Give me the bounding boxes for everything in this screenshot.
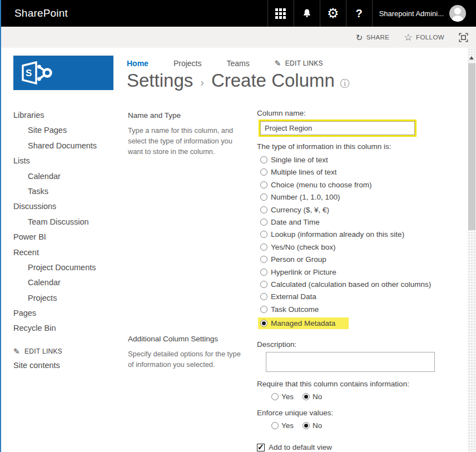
brand-title: SharePoint — [1, 0, 68, 27]
settings-button[interactable]: ⚙ — [320, 0, 346, 27]
require-yes-option[interactable]: Yes — [271, 393, 294, 401]
radio-icon[interactable] — [260, 168, 267, 176]
section-name-and-type: Name and Type Type a name for this colum… — [128, 109, 453, 333]
require-label: Require that this column contains inform… — [257, 380, 453, 388]
sidebar-item-lists[interactable]: Lists — [13, 157, 122, 165]
user-menu[interactable]: Sharepoint Admini... — [372, 0, 476, 27]
radio-icon-selected[interactable] — [303, 422, 310, 429]
scroll-up-arrow-icon[interactable] — [469, 56, 474, 59]
radio-option-choice[interactable]: Choice (menu to choose from) — [260, 181, 453, 189]
radio-option-single-line[interactable]: Single line of text — [260, 156, 453, 164]
edit-links-label: EDIT LINKS — [285, 59, 323, 67]
radio-option-lookup[interactable]: Lookup (information already on this site… — [260, 230, 453, 239]
type-question-label: The type of information in this column i… — [257, 142, 453, 151]
sidebar-item-power-bi[interactable]: Power BI — [13, 233, 122, 241]
star-icon: ☆ — [404, 33, 413, 42]
description-textarea[interactable] — [266, 352, 435, 372]
section-description: Specify detailed options for the type of… — [128, 349, 247, 370]
follow-label: FOLLOW — [416, 34, 444, 41]
radio-icon[interactable] — [260, 193, 267, 201]
column-name-input[interactable] — [260, 121, 415, 135]
sidebar-item-tasks[interactable]: Tasks — [13, 187, 122, 196]
radio-option-currency[interactable]: Currency ($, ¥, €) — [260, 206, 453, 214]
pencil-icon: ✎ — [275, 59, 281, 68]
suite-bar-actions: ⚙ ? Sharepoint Admini... — [267, 0, 476, 27]
app-launcher-button[interactable] — [267, 0, 294, 27]
help-button[interactable]: ? — [346, 0, 372, 27]
follow-button[interactable]: ☆ FOLLOW — [404, 33, 444, 42]
scrollbar-thumb[interactable] — [468, 63, 475, 230]
edit-links-sidebar[interactable]: ✎ EDIT LINKS — [13, 347, 122, 356]
notifications-button[interactable] — [294, 0, 320, 27]
radio-option-number[interactable]: Number (1, 1.0, 100) — [260, 193, 453, 201]
ribbon-bar: ↻ SHARE ☆ FOLLOW — [1, 27, 476, 48]
breadcrumb-arrow-icon: › — [200, 76, 204, 89]
radio-option-date-time[interactable]: Date and Time — [260, 218, 453, 226]
radio-icon[interactable] — [260, 256, 267, 263]
sidebar-item-project-documents[interactable]: Project Documents — [13, 264, 122, 272]
radio-option-task-outcome[interactable]: Task Outcome — [260, 305, 453, 314]
checkbox-checked-icon[interactable] — [257, 444, 265, 451]
radio-option-hyperlink-picture[interactable]: Hyperlink or Picture — [260, 268, 453, 276]
radio-icon[interactable] — [260, 231, 267, 238]
sharepoint-window: SharePoint ⚙ ? Sharepoint Admini... — [0, 0, 476, 452]
sidebar-item-pages[interactable]: Pages — [13, 309, 122, 317]
breadcrumb-settings[interactable]: Settings — [127, 70, 193, 91]
edit-links-top[interactable]: ✎ EDIT LINKS — [275, 59, 323, 68]
enforce-radio-group: Yes No — [271, 421, 453, 430]
radio-icon-selected[interactable] — [303, 393, 310, 400]
edit-links-label: EDIT LINKS — [24, 347, 62, 355]
sidebar-item-recent[interactable]: Recent — [13, 249, 122, 257]
radio-icon[interactable] — [260, 281, 267, 288]
require-no-option[interactable]: No — [303, 393, 322, 401]
sidebar-item-site-pages[interactable]: Site Pages — [13, 126, 122, 135]
radio-icon[interactable] — [260, 206, 267, 213]
enforce-no-option[interactable]: No — [303, 421, 322, 430]
radio-option-multiple-lines[interactable]: Multiple lines of text — [260, 168, 453, 176]
radio-option-managed-metadata[interactable]: Managed Metadata — [258, 317, 349, 329]
radio-icon[interactable] — [260, 269, 267, 276]
share-button[interactable]: ↻ SHARE — [356, 33, 390, 42]
sidebar-item-recycle-bin[interactable]: Recycle Bin — [13, 324, 122, 332]
section-additional-settings: Additional Column Settings Specify detai… — [128, 332, 453, 451]
radio-option-external-data[interactable]: External Data — [260, 292, 453, 301]
radio-icon[interactable] — [271, 393, 279, 400]
focus-on-content-button[interactable] — [459, 33, 468, 42]
radio-icon[interactable] — [260, 218, 267, 226]
bell-icon — [301, 8, 313, 19]
add-to-default-view-label: Add to default view — [269, 443, 332, 451]
radio-icon[interactable] — [260, 293, 267, 300]
sidebar-item-team-discussion[interactable]: Team Discussion — [13, 218, 122, 226]
radio-option-person-group[interactable]: Person or Group — [260, 255, 453, 264]
section-description-column: Additional Column Settings Specify detai… — [128, 332, 257, 451]
radio-icon[interactable] — [260, 306, 267, 313]
vertical-scrollbar[interactable] — [468, 48, 476, 452]
radio-option-yes-no[interactable]: Yes/No (check box) — [260, 243, 453, 251]
help-icon: ? — [356, 7, 363, 20]
sidebar-item-projects[interactable]: Projects — [13, 294, 122, 302]
tab-projects[interactable]: Projects — [173, 59, 202, 68]
column-name-label: Column name: — [257, 109, 453, 117]
tab-teams[interactable]: Teams — [226, 59, 249, 68]
enforce-yes-option[interactable]: Yes — [271, 421, 294, 430]
sidebar-item-discussions[interactable]: Discussions — [13, 202, 122, 211]
sidebar-item-calendar[interactable]: Calendar — [13, 172, 122, 181]
sidebar-item-site-contents[interactable]: Site contents — [13, 361, 122, 370]
section-title: Name and Type — [128, 111, 257, 120]
radio-option-calculated[interactable]: Calculated (calculation based on other c… — [260, 280, 453, 289]
sidebar-item-libraries[interactable]: Libraries — [13, 111, 122, 120]
radio-icon[interactable] — [260, 181, 267, 188]
radio-icon[interactable] — [260, 244, 267, 251]
avatar[interactable] — [449, 5, 466, 22]
focus-icon — [459, 33, 468, 42]
radio-icon-selected[interactable] — [260, 320, 267, 327]
sidebar-item-shared-documents[interactable]: Shared Documents — [13, 142, 122, 150]
suite-bar: SharePoint ⚙ ? Sharepoint Admini... — [1, 0, 476, 27]
site-logo[interactable]: S — [13, 56, 113, 90]
tab-home[interactable]: Home — [127, 59, 148, 68]
info-icon[interactable]: ⓘ — [340, 77, 350, 90]
radio-icon[interactable] — [260, 156, 267, 163]
add-to-default-view-option[interactable]: Add to default view — [257, 443, 453, 451]
sidebar-item-recent-calendar[interactable]: Calendar — [13, 279, 122, 287]
radio-icon[interactable] — [271, 422, 279, 429]
